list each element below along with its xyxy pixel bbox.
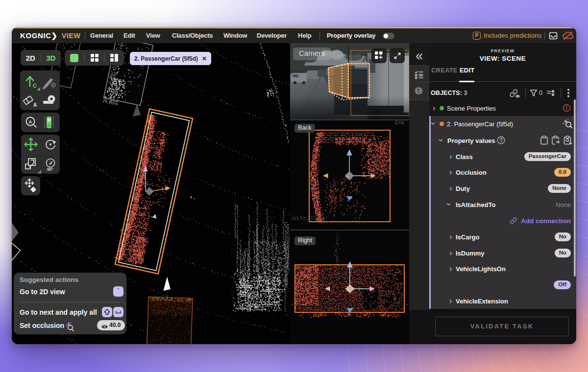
svg-text:C: C bbox=[33, 83, 37, 89]
svg-text:90°: 90° bbox=[47, 167, 53, 172]
svg-text:A: A bbox=[33, 102, 37, 108]
svg-text:A: A bbox=[29, 119, 32, 124]
